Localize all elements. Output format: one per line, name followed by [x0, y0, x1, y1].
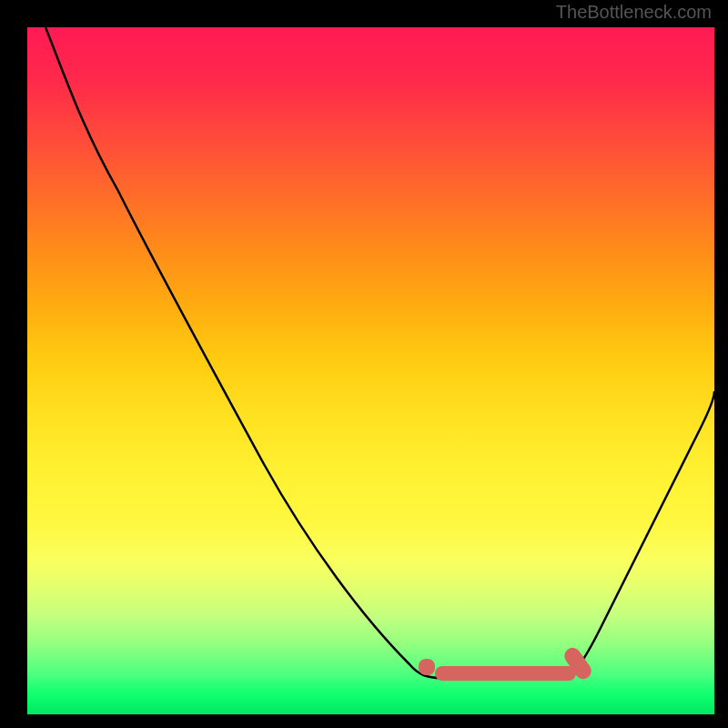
- highlight-dot: [419, 659, 435, 675]
- chart-plot-area: [27, 27, 714, 714]
- highlight-bar: [435, 666, 576, 681]
- curve-line: [27, 27, 714, 714]
- watermark-text: TheBottleneck.com: [556, 2, 712, 23]
